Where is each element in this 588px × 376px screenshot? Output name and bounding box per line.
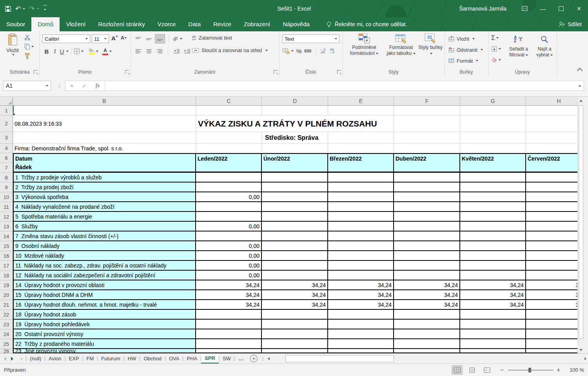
cell[interactable] — [526, 310, 577, 320]
cell[interactable] — [394, 329, 460, 339]
decrease-decimal-button[interactable]: ,00 →,0 — [328, 48, 334, 54]
cell[interactable]: 2 Tržby za prodej zboží — [13, 183, 196, 192]
cell[interactable] — [262, 251, 328, 261]
sheet-tab[interactable]: OVA — [165, 354, 183, 363]
cell[interactable] — [526, 349, 577, 353]
cell[interactable]: 14 Úpravy hodnot v provozní oblasti — [13, 280, 196, 290]
cell[interactable] — [526, 212, 577, 222]
insert-cells-button[interactable]: Vložit — [448, 34, 475, 43]
cell[interactable] — [328, 192, 394, 202]
cell[interactable] — [460, 271, 526, 280]
scroll-down-icon[interactable] — [579, 349, 583, 351]
cell[interactable]: 34,24 — [526, 280, 577, 290]
zoom-level[interactable]: 100 % — [564, 364, 584, 376]
sheet-tab[interactable]: Futurum — [98, 354, 123, 363]
cell[interactable]: 0,00 — [196, 271, 262, 280]
cell[interactable] — [328, 106, 394, 116]
ribbon-display-options-button[interactable] — [516, 0, 534, 17]
cell[interactable]: 34,24 — [526, 300, 577, 310]
row-header[interactable]: 20 — [0, 290, 13, 300]
column-header[interactable]: G — [460, 97, 526, 106]
cell[interactable] — [526, 163, 577, 173]
cell[interactable] — [460, 231, 526, 241]
next-sheet-button[interactable] — [11, 357, 13, 361]
tab-rozlozeni-stranky[interactable]: Rozložení stránky — [92, 17, 151, 31]
cell[interactable] — [460, 261, 526, 271]
cell[interactable]: 34,24 — [394, 290, 460, 300]
column-header[interactable]: F — [394, 97, 460, 106]
cell[interactable] — [526, 106, 577, 116]
cell[interactable] — [328, 212, 394, 222]
row-header[interactable]: 15 — [0, 241, 13, 251]
cell[interactable] — [328, 320, 394, 329]
decrease-font-button[interactable]: A — [121, 35, 127, 41]
font-name-combo[interactable]: Calibri — [42, 34, 90, 43]
cell[interactable] — [460, 310, 526, 320]
sheet-tab[interactable]: … — [235, 354, 247, 363]
cell[interactable] — [526, 132, 577, 144]
prev-sheet-button[interactable] — [4, 357, 6, 361]
cell[interactable] — [196, 202, 262, 212]
column-header[interactable]: E — [328, 97, 394, 106]
cell[interactable] — [394, 183, 460, 192]
add-sheet-button[interactable]: + — [250, 355, 258, 362]
cell[interactable] — [262, 192, 328, 202]
cell[interactable]: 6 Služby — [13, 222, 196, 231]
cell[interactable]: 0,00 — [196, 251, 262, 261]
tab-domu[interactable]: Domů — [31, 17, 60, 31]
save-button[interactable] — [5, 5, 11, 12]
sheet-tab[interactable]: SW — [219, 354, 234, 363]
row-header[interactable]: 18 — [0, 271, 13, 280]
column-header[interactable]: D — [262, 97, 328, 106]
cell[interactable] — [328, 310, 394, 320]
cell[interactable] — [394, 241, 460, 251]
cell[interactable] — [328, 261, 394, 271]
vertical-scroll-thumb[interactable] — [579, 105, 583, 339]
cell[interactable] — [328, 339, 394, 349]
cell[interactable] — [460, 349, 526, 353]
cell[interactable] — [394, 192, 460, 202]
cancel-button[interactable]: × — [65, 83, 78, 89]
cell[interactable] — [526, 251, 577, 261]
formula-input[interactable] — [105, 81, 574, 90]
cell[interactable] — [262, 339, 328, 349]
cell[interactable]: Firma: Demonstrační firma Trade, spol. s… — [13, 144, 196, 153]
autosum-button[interactable]: Σ — [491, 33, 499, 43]
cell[interactable] — [526, 271, 577, 280]
cell[interactable]: 34,24 — [196, 300, 262, 310]
cut-button[interactable] — [24, 34, 30, 40]
cell[interactable] — [460, 202, 526, 212]
cell[interactable] — [526, 192, 577, 202]
row-header[interactable]: 11 — [0, 202, 13, 212]
cell[interactable] — [196, 329, 262, 339]
zoom-slider-thumb[interactable] — [528, 368, 531, 372]
cell[interactable] — [262, 261, 328, 271]
cell[interactable] — [196, 173, 262, 183]
column-header[interactable]: H — [526, 97, 577, 106]
close-button[interactable]: × — [570, 0, 588, 17]
bold-button[interactable]: B — [42, 48, 51, 55]
cell[interactable] — [328, 241, 394, 251]
cell[interactable] — [394, 173, 460, 183]
cell[interactable] — [196, 144, 262, 153]
cell[interactable]: 34,24 — [262, 280, 328, 290]
cell-styles-button[interactable]: Styly buňky — [418, 33, 443, 56]
cell[interactable]: 16 Úpravy hodnot dlouh. nehmot. a hmot. … — [13, 300, 196, 310]
fill-button[interactable] — [491, 44, 501, 54]
cell[interactable] — [328, 173, 394, 183]
cell[interactable] — [328, 144, 394, 153]
find-select-button[interactable]: Najít a vybrat — [534, 33, 555, 58]
cell[interactable]: Květen/2022 — [460, 153, 526, 163]
cell[interactable] — [460, 222, 526, 231]
cell[interactable] — [526, 231, 577, 241]
font-color-button[interactable]: A — [102, 48, 112, 55]
row-header[interactable]: 3 — [0, 132, 13, 144]
row-header[interactable]: 6 — [0, 153, 13, 163]
cell[interactable] — [460, 329, 526, 339]
cell[interactable] — [460, 116, 526, 132]
clipboard-dialog-launcher[interactable] — [34, 70, 38, 74]
cell[interactable] — [328, 222, 394, 231]
cell[interactable]: 34,24 — [328, 280, 394, 290]
cell[interactable] — [262, 106, 328, 116]
italic-button[interactable]: I — [51, 48, 59, 55]
